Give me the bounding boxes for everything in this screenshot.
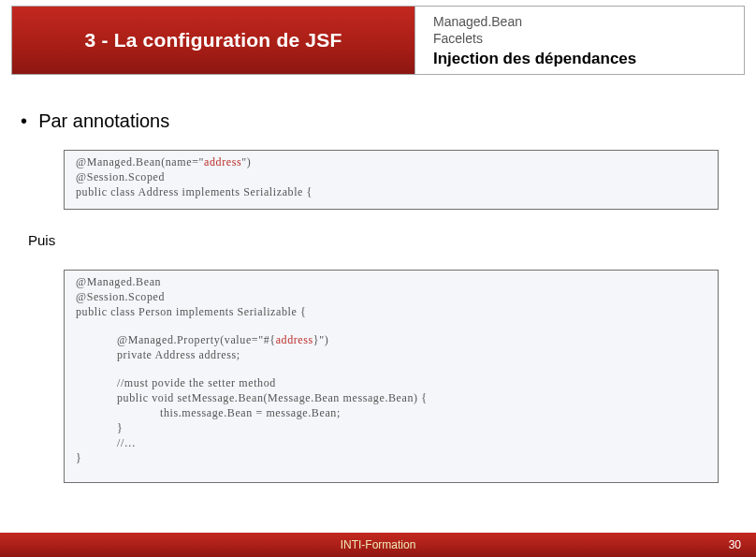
code-line: this.message.Bean = message.Bean; bbox=[76, 405, 708, 420]
header-left: 3 - La configuration de JSF bbox=[12, 7, 415, 74]
code-red: address bbox=[276, 333, 313, 346]
code-text: }") bbox=[313, 333, 328, 346]
slide-header: 3 - La configuration de JSF Managed.Bean… bbox=[11, 6, 745, 75]
footer-page-number: 30 bbox=[729, 533, 741, 557]
header-sub3: Injection des dépendances bbox=[433, 50, 731, 68]
code-text: @Managed.Bean(name=" bbox=[76, 155, 204, 169]
code-line: @Session.Scoped bbox=[76, 169, 708, 184]
header-sub1: Managed.Bean bbox=[433, 14, 731, 29]
bullet-dot: • bbox=[21, 110, 28, 132]
code-line: @Session.Scoped bbox=[76, 289, 708, 304]
code-line: } bbox=[76, 450, 708, 465]
blank-line bbox=[76, 319, 708, 332]
bullet-label: Par annotations bbox=[38, 110, 169, 131]
code-line: public class Person implements Serializa… bbox=[76, 304, 708, 319]
code-line: private Address address; bbox=[76, 347, 708, 362]
blank-line bbox=[76, 362, 708, 375]
code-block-1: @Managed.Bean(name="address") @Session.S… bbox=[64, 150, 719, 210]
slide: 3 - La configuration de JSF Managed.Bean… bbox=[0, 0, 756, 557]
bullet-par-annotations: • Par annotations bbox=[21, 110, 169, 132]
code-block-2: @Managed.Bean @Session.Scoped public cla… bbox=[64, 270, 719, 483]
footer-center: INTI-Formation bbox=[341, 533, 416, 557]
code-text: ") bbox=[241, 155, 251, 169]
code-line: } bbox=[76, 420, 708, 435]
code-line: @Managed.Bean(name="address") bbox=[76, 154, 708, 169]
header-sub2: Facelets bbox=[433, 31, 731, 46]
code-line: public class Address implements Serializ… bbox=[76, 184, 708, 199]
code-line: //must povide the setter method bbox=[76, 375, 708, 390]
code-line: public void setMessage.Bean(Message.Bean… bbox=[76, 390, 708, 405]
code-red: address bbox=[204, 155, 241, 169]
header-title: 3 - La configuration de JSF bbox=[85, 29, 342, 51]
code-line: @Managed.Bean bbox=[76, 274, 708, 289]
code-text: @Managed.Property(value="#{ bbox=[117, 333, 276, 346]
label-puis: Puis bbox=[28, 232, 55, 248]
code-line: //… bbox=[76, 435, 708, 450]
code-line: @Managed.Property(value="#{address}") bbox=[76, 332, 708, 347]
header-right: Managed.Bean Facelets Injection des dépe… bbox=[416, 7, 744, 74]
